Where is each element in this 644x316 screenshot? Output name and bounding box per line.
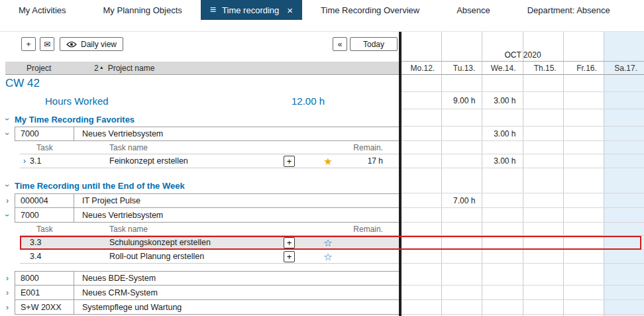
calendar-cell[interactable]: 3.00 h xyxy=(482,92,522,109)
calendar-cell[interactable] xyxy=(604,271,644,285)
chevron-right-icon[interactable]: › xyxy=(0,286,15,300)
calendar-cell[interactable] xyxy=(604,112,644,126)
project-id-cell[interactable]: 8000 xyxy=(15,272,74,285)
tab-time-recording-overview[interactable]: Time Recording Overview xyxy=(302,0,438,20)
calendar-cell[interactable] xyxy=(563,168,604,178)
task-name-cell[interactable]: Feinkonzept erstellen xyxy=(109,156,284,166)
calendar-cell[interactable] xyxy=(604,154,644,168)
project-column-header[interactable]: Project xyxy=(20,64,80,73)
chevron-down-icon[interactable]: › xyxy=(0,115,15,123)
calendar-cell[interactable] xyxy=(402,193,441,207)
chevron-down-icon[interactable]: › xyxy=(0,127,15,141)
calendar-cell[interactable] xyxy=(441,264,482,271)
calendar-cell[interactable] xyxy=(441,141,482,154)
calendar-cell[interactable] xyxy=(441,300,482,314)
tab-my-planning-objects[interactable]: My Planning Objects xyxy=(85,0,201,20)
add-time-entry-button[interactable]: + xyxy=(284,156,295,167)
favorite-star-outline-icon[interactable]: ☆ xyxy=(321,252,335,262)
today-button[interactable]: Today xyxy=(350,37,398,51)
calendar-cell[interactable] xyxy=(441,223,482,235)
calendar-cell[interactable] xyxy=(523,178,563,193)
calendar-cell[interactable] xyxy=(402,223,441,235)
calendar-cell[interactable] xyxy=(523,271,563,285)
calendar-cell[interactable] xyxy=(604,141,644,154)
calendar-cell[interactable] xyxy=(563,300,604,314)
calendar-cell[interactable] xyxy=(604,193,644,207)
calendar-cell[interactable] xyxy=(563,75,604,91)
calendar-cell[interactable] xyxy=(523,193,563,207)
calendar-cell[interactable] xyxy=(441,271,482,285)
chevron-right-icon[interactable]: › xyxy=(23,157,30,165)
project-row-7000[interactable]: › 7000 Neues Vertriebsystem xyxy=(0,208,644,223)
calendar-cell[interactable] xyxy=(523,250,563,263)
calendar-cell[interactable] xyxy=(441,127,482,140)
calendar-cell[interactable] xyxy=(604,75,644,91)
calendar-cell[interactable] xyxy=(441,178,482,193)
calendar-cell[interactable] xyxy=(482,223,522,235)
calendar-cell[interactable]: 7.00 h xyxy=(441,193,482,207)
calendar-cell[interactable] xyxy=(482,178,522,193)
calendar-cell[interactable] xyxy=(604,168,644,178)
calendar-cell[interactable] xyxy=(402,141,441,154)
task-row-3-1[interactable]: › 3.1 Feinkonzept erstellen + ★ 17 h 3.0… xyxy=(0,154,644,168)
menu-icon[interactable]: ≡ xyxy=(210,5,216,15)
project-name-cell[interactable]: Neues CRM-System xyxy=(74,286,399,299)
calendar-cell[interactable] xyxy=(402,271,441,285)
calendar-cell[interactable] xyxy=(563,141,604,154)
daily-view-button[interactable]: Daily view xyxy=(60,37,123,51)
calendar-cell[interactable] xyxy=(402,208,441,222)
project-row-fav-7000[interactable]: › 7000 Neues Vertriebsystem 3.00 h xyxy=(0,127,644,141)
project-name-column-header[interactable]: Project name xyxy=(108,64,155,73)
project-row-e001[interactable]: › E001 Neues CRM-System xyxy=(0,286,644,300)
calendar-cell[interactable] xyxy=(563,236,604,249)
calendar-cell[interactable] xyxy=(482,236,522,249)
project-name-cell[interactable]: IT Project Pulse xyxy=(74,194,399,207)
add-button[interactable]: + xyxy=(21,37,36,51)
calendar-cell[interactable] xyxy=(441,208,482,222)
calendar-cell[interactable] xyxy=(563,178,604,193)
calendar-cell[interactable] xyxy=(563,286,604,299)
calendar-cell[interactable] xyxy=(482,112,522,126)
calendar-cell[interactable] xyxy=(402,112,441,126)
calendar-cell[interactable] xyxy=(563,264,604,271)
calendar-cell[interactable] xyxy=(563,154,604,168)
project-name-cell[interactable]: Neues BDE-System xyxy=(74,272,399,285)
calendar-cell[interactable] xyxy=(482,300,522,314)
project-name-cell[interactable]: Systempflege und Wartung xyxy=(74,300,399,314)
calendar-cell[interactable] xyxy=(523,92,563,109)
calendar-cell[interactable] xyxy=(402,178,441,193)
chevron-right-icon[interactable]: › xyxy=(0,271,15,286)
calendar-cell[interactable] xyxy=(523,236,563,249)
add-time-entry-button[interactable]: + xyxy=(284,237,295,248)
mail-button[interactable]: ✉ xyxy=(40,37,54,51)
calendar-cell[interactable] xyxy=(604,178,644,193)
calendar-cell[interactable]: 9.00 h xyxy=(441,92,482,109)
calendar-cell[interactable] xyxy=(563,193,604,207)
calendar-cell[interactable] xyxy=(523,264,563,271)
close-icon[interactable]: × xyxy=(287,5,293,15)
calendar-cell[interactable] xyxy=(523,223,563,235)
calendar-cell[interactable] xyxy=(604,264,644,271)
calendar-cell[interactable] xyxy=(604,208,644,222)
calendar-cell[interactable] xyxy=(441,168,482,178)
tab-absence[interactable]: Absence xyxy=(438,0,509,20)
calendar-cell[interactable]: 3.00 h xyxy=(482,154,522,168)
calendar-cell[interactable] xyxy=(441,112,482,126)
calendar-cell[interactable] xyxy=(482,264,522,271)
chevron-down-icon[interactable]: › xyxy=(0,208,15,223)
calendar-cell[interactable] xyxy=(402,250,441,263)
calendar-cell[interactable] xyxy=(523,168,563,178)
project-row-000004[interactable]: › 000004 IT Project Pulse 7.00 h xyxy=(0,193,644,208)
favorite-star-outline-icon[interactable]: ☆ xyxy=(321,238,335,248)
calendar-cell[interactable] xyxy=(604,92,644,109)
calendar-cell[interactable] xyxy=(604,127,644,140)
calendar-cell[interactable]: 3.00 h xyxy=(482,127,522,140)
calendar-cell[interactable] xyxy=(402,127,441,140)
calendar-cell[interactable] xyxy=(563,271,604,285)
calendar-cell[interactable] xyxy=(563,127,604,140)
project-id-cell[interactable]: 000004 xyxy=(15,194,74,207)
calendar-cell[interactable] xyxy=(604,236,644,249)
calendar-cell[interactable] xyxy=(402,264,441,271)
calendar-cell[interactable] xyxy=(482,271,522,285)
project-id-cell[interactable]: E001 xyxy=(15,286,74,299)
